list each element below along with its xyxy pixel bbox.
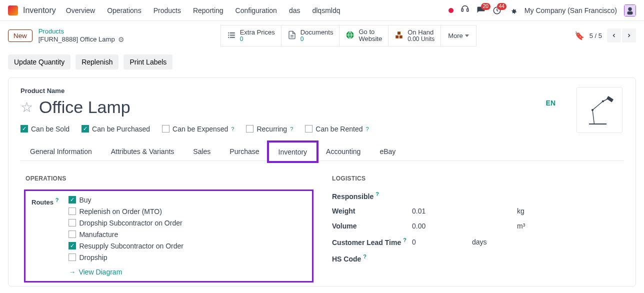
pager-prev-button[interactable] [607, 28, 621, 42]
print-labels-button[interactable]: Print Labels [124, 54, 172, 70]
company-name[interactable]: My Company (San Francisco) [524, 6, 617, 14]
recurring-checkbox[interactable]: Recurring? [246, 125, 293, 133]
route-dropship-sub-checkbox[interactable]: Dropship Subcontractor on Order [68, 219, 184, 227]
topnav-reporting[interactable]: Reporting [193, 6, 224, 14]
messages-badge: 20 [481, 3, 490, 10]
route-buy-checkbox[interactable]: ✓Buy [68, 196, 184, 204]
can-be-purchased-checkbox[interactable]: ✓Can be Purchased [82, 125, 150, 133]
globe-icon [346, 30, 354, 41]
svg-point-17 [602, 100, 604, 102]
svg-rect-10 [228, 37, 229, 38]
route-manufacture-checkbox[interactable]: Manufacture [68, 230, 184, 238]
help-icon[interactable]: ? [366, 126, 368, 132]
favorite-star-icon[interactable]: ☆ [20, 99, 33, 116]
gear-icon[interactable]: ⚙ [118, 36, 124, 44]
weight-field[interactable]: Weight 0.01 kg [332, 207, 618, 215]
help-icon[interactable]: ? [231, 126, 234, 132]
tab-purchase[interactable]: Purchase [220, 142, 268, 160]
svg-rect-8 [228, 34, 229, 36]
topnav-overview[interactable]: Overview [66, 6, 95, 14]
pager-text[interactable]: 5 / 5 [590, 32, 602, 40]
tab-accounting[interactable]: Accounting [316, 142, 370, 160]
weight-value: 0.01 [412, 207, 472, 215]
lamp-icon [582, 92, 617, 128]
svg-rect-5 [628, 11, 633, 14]
topnav-products[interactable]: Products [154, 6, 181, 14]
activities-icon[interactable]: 44 [492, 6, 502, 15]
stat-go-to-website[interactable]: Go to Website [340, 25, 388, 46]
lead-time-value: 0 [412, 238, 472, 246]
help-icon[interactable]: ? [290, 126, 293, 132]
top-nav: Overview Operations Products Reporting C… [66, 6, 448, 14]
language-button[interactable]: EN [546, 99, 556, 107]
stat-extra-prices[interactable]: Extra Prices 0 [220, 25, 282, 46]
stat-goto-label1: Go to [358, 28, 382, 36]
update-quantity-button[interactable]: Update Quantity [8, 54, 70, 70]
help-icon[interactable]: ? [403, 237, 406, 243]
tab-ebay[interactable]: eBay [370, 142, 405, 160]
route-dropship-label: Dropship [79, 254, 107, 262]
route-dropship-sub-label: Dropship Subcontractor on Order [79, 219, 182, 227]
stat-extra-prices-label: Extra Prices [240, 29, 275, 36]
document-icon [288, 30, 296, 41]
routes-list: ✓Buy Replenish on Order (MTO) Dropship S… [68, 196, 184, 276]
can-be-rented-checkbox[interactable]: Can be Rented? [305, 125, 368, 133]
bookmark-icon[interactable]: 🔖 [574, 31, 584, 40]
activities-badge: 44 [497, 3, 506, 10]
user-avatar[interactable] [624, 4, 636, 16]
volume-field[interactable]: Volume 0.00 m³ [332, 222, 618, 230]
can-be-expensed-checkbox[interactable]: Can be Expensed? [162, 125, 234, 133]
messages-icon[interactable]: 20 [476, 6, 486, 15]
stat-row: Extra Prices 0 Documents 0 Go to Website [220, 25, 476, 46]
weight-unit: kg [517, 207, 524, 215]
debug-icon[interactable] [508, 5, 518, 16]
app-icon[interactable] [8, 6, 18, 16]
content-card: Product Name ☆ Office Lamp EN ✓Can be So… [8, 78, 636, 286]
help-icon[interactable]: ? [363, 254, 366, 260]
tab-sales[interactable]: Sales [184, 142, 220, 160]
product-image[interactable] [576, 87, 622, 133]
replenish-button[interactable]: Replenish [76, 54, 118, 70]
help-icon[interactable]: ? [56, 197, 59, 203]
breadcrumb-parent[interactable]: Products [38, 28, 124, 36]
svg-rect-7 [230, 32, 235, 34]
topnav-configuration[interactable]: Configuration [236, 6, 277, 14]
topnav-operations[interactable]: Operations [107, 6, 141, 14]
product-name[interactable]: Office Lamp [39, 98, 130, 117]
svg-rect-13 [398, 32, 400, 34]
stat-documents[interactable]: Documents 0 [282, 25, 340, 46]
svg-rect-15 [400, 36, 402, 38]
tab-inventory[interactable]: Inventory [269, 142, 317, 161]
list-icon [227, 30, 236, 41]
tab-general-information[interactable]: General Information [20, 142, 102, 160]
route-resupply-sub-checkbox[interactable]: ✓Resupply Subcontractor on Order [68, 242, 184, 250]
view-diagram-link[interactable]: → View Diagram [68, 268, 184, 276]
lead-time-unit: days [472, 238, 487, 246]
lead-time-field[interactable]: Customer Lead Time ? 0 days [332, 237, 618, 246]
route-mto-label: Replenish on Order (MTO) [79, 208, 162, 216]
voip-icon[interactable] [460, 5, 470, 16]
help-icon[interactable]: ? [376, 191, 379, 197]
route-dropship-checkbox[interactable]: Dropship [68, 254, 184, 262]
svg-point-4 [628, 7, 632, 10]
svg-rect-11 [230, 37, 235, 38]
new-button[interactable]: New [8, 30, 32, 42]
can-be-rented-label: Can be Rented [316, 125, 362, 133]
view-diagram-label: View Diagram [78, 268, 122, 276]
app-title[interactable]: Inventory [23, 6, 56, 15]
can-be-sold-checkbox[interactable]: ✓Can be Sold [20, 125, 70, 133]
can-be-purchased-label: Can be Purchased [92, 125, 150, 133]
stat-on-hand[interactable]: On Hand 0.00 Units [388, 25, 441, 46]
recurring-label: Recurring [256, 125, 287, 133]
responsible-field[interactable]: Responsible ? [332, 191, 618, 200]
topnav-dlqsmldq[interactable]: dlqsmldq [312, 6, 340, 14]
route-mto-checkbox[interactable]: Replenish on Order (MTO) [68, 208, 184, 216]
pager-next-button[interactable] [622, 28, 636, 42]
recording-dot-icon [448, 8, 454, 13]
tab-attributes-variants[interactable]: Attributes & Variants [102, 142, 184, 160]
title-row: ☆ Office Lamp [20, 98, 624, 117]
pager-section: 🔖 5 / 5 [574, 28, 636, 42]
hs-code-field[interactable]: HS Code ? [332, 254, 618, 263]
topnav-das[interactable]: das [289, 6, 300, 14]
more-button[interactable]: More [441, 25, 476, 46]
